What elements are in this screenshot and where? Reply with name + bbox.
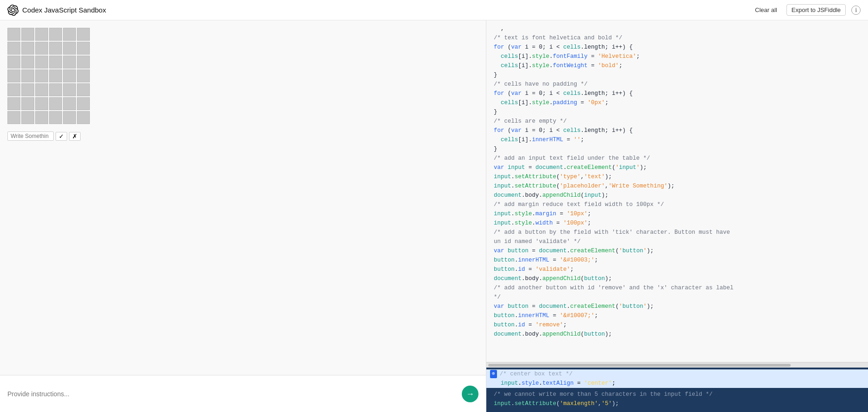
code-line: button.id = 'validate';: [486, 265, 868, 274]
header: Codex JavaScript Sandbox Clear all Expor…: [0, 0, 868, 20]
code-line: ,: [486, 24, 868, 33]
grid-cell: [35, 69, 48, 82]
grid-cell: [7, 97, 20, 110]
code-editor[interactable]: ,/* text is font helvetica and bold */fo…: [486, 20, 868, 362]
grid-cell: [7, 42, 20, 55]
grid-cell: [21, 69, 34, 82]
code-line: var button = document.createElement('but…: [486, 246, 868, 256]
grid-cell: [49, 83, 62, 96]
grid-cell: [77, 56, 90, 69]
grid-cell: [49, 111, 62, 124]
grid-cell: [63, 42, 76, 55]
code-line: input.style.textAlign = 'center';: [494, 379, 616, 388]
code-line: cells[i].style.fontFamily = 'Helvetica';: [486, 52, 868, 61]
grid-cell: [21, 83, 34, 96]
send-arrow-icon: →: [466, 390, 474, 398]
code-line: var input = document.createElement('inpu…: [486, 163, 868, 172]
grid-cell: [21, 111, 34, 124]
code-bottom-section: ⊕/* center box text */ input.style.textA…: [486, 368, 868, 412]
grid-cell: [21, 42, 34, 55]
grid-cell: [77, 42, 90, 55]
grid-cell: [63, 97, 76, 110]
validate-button[interactable]: ✓: [56, 132, 67, 141]
grid-cell: [7, 111, 20, 124]
grid-cell: [35, 111, 48, 124]
code-line: document.body.appendChild(button);: [486, 274, 868, 283]
code-line: input.style.width = '100px';: [486, 218, 868, 228]
grid-cell: [77, 83, 90, 96]
code-line: document.body.appendChild(input);: [486, 191, 868, 200]
grid-cell: [7, 69, 20, 82]
instruction-input[interactable]: [7, 390, 478, 398]
code-line: input.style.margin = '10px';: [486, 209, 868, 218]
code-line: button.innerHTML = '&#10003;';: [486, 256, 868, 265]
code-line: for (var i = 0; i < cells.length; i++) {: [486, 126, 868, 135]
code-line: /* cells have no padding */: [486, 80, 868, 89]
code-line: */: [486, 293, 868, 302]
code-line: input.setAttribute('placeholder','Write …: [486, 181, 868, 191]
grid-cell: [35, 83, 48, 96]
scrollbar-thumb: [488, 364, 791, 367]
grid-cell: [35, 28, 48, 41]
grid-table: [7, 28, 478, 124]
code-line: cells[i].style.fontWeight = 'bold';: [486, 61, 868, 70]
grid-cell: [21, 28, 34, 41]
code-line: button.innerHTML = '&#10007;';: [486, 311, 868, 320]
code-line: cells[i].innerHTML = '';: [486, 135, 868, 144]
grid-cell: [49, 28, 62, 41]
grid-cell: [77, 97, 90, 110]
code-line: /* we cannot write more than 5 character…: [486, 390, 868, 399]
grid-cell: [35, 56, 48, 69]
grid-cell: [35, 97, 48, 110]
code-line: button.id = 'remove';: [486, 320, 868, 330]
code-line: /* add margin reduce text field width to…: [486, 200, 868, 209]
header-right: Clear all Export to JSFiddle ℹ: [751, 4, 861, 16]
grid-cell: [21, 56, 34, 69]
horizontal-scrollbar[interactable]: [486, 362, 868, 368]
grid-cell: [21, 97, 34, 110]
code-line: input.setAttribute('maxlength','5');: [486, 399, 868, 408]
code-line: /* add another button with id 'remove' a…: [486, 283, 868, 293]
info-icon[interactable]: ℹ: [851, 6, 861, 15]
code-line: for (var i = 0; i < cells.length; i++) {: [486, 43, 868, 52]
instruction-area: →: [0, 375, 486, 412]
code-line: cells[i].style.padding = '0px';: [486, 98, 868, 107]
app-title: Codex JavaScript Sandbox: [22, 6, 106, 14]
cursor-marker: ⊕: [490, 370, 497, 378]
grid-cell: [63, 56, 76, 69]
code-line: }: [486, 107, 868, 117]
grid-cell: [49, 69, 62, 82]
left-panel: ✓ ✗ →: [0, 20, 486, 412]
grid-cell: [49, 97, 62, 110]
code-line: /* center box text */: [500, 369, 573, 379]
code-line: input.setAttribute('type','text');: [486, 172, 868, 181]
code-line: /* add a button by the field with 'tick'…: [486, 228, 868, 237]
grid-cell: [63, 111, 76, 124]
right-panel: ,/* text is font helvetica and bold */fo…: [486, 20, 868, 412]
grid-cell: [7, 83, 20, 96]
grid-cell: [7, 56, 20, 69]
code-line: }: [486, 70, 868, 80]
main-content: ✓ ✗ → ,/* text is font helvetica and bol…: [0, 20, 868, 412]
write-something-input[interactable]: [7, 131, 54, 141]
send-button[interactable]: →: [462, 386, 478, 402]
grid-cell: [63, 69, 76, 82]
code-line: /* text is font helvetica and bold */: [486, 33, 868, 43]
code-line: for (var i = 0; i < cells.length; i++) {: [486, 89, 868, 98]
openai-logo: [7, 5, 19, 16]
grid-cell: [7, 28, 20, 41]
code-line: document.body.appendChild(button);: [486, 330, 868, 339]
code-line: var button = document.createElement('but…: [486, 302, 868, 311]
controls-row: ✓ ✗: [7, 131, 478, 141]
remove-button[interactable]: ✗: [69, 132, 81, 141]
grid-cell: [63, 28, 76, 41]
preview-area: ✓ ✗: [0, 20, 486, 375]
grid-cell: [49, 42, 62, 55]
info-icon-symbol: ℹ: [855, 7, 857, 13]
code-line: /* cells are empty */: [486, 117, 868, 126]
export-button[interactable]: Export to JSFiddle: [786, 4, 846, 16]
grid-cell: [77, 28, 90, 41]
grid-cell: [77, 69, 90, 82]
grid-cell: [63, 83, 76, 96]
clear-all-button[interactable]: Clear all: [751, 5, 781, 15]
